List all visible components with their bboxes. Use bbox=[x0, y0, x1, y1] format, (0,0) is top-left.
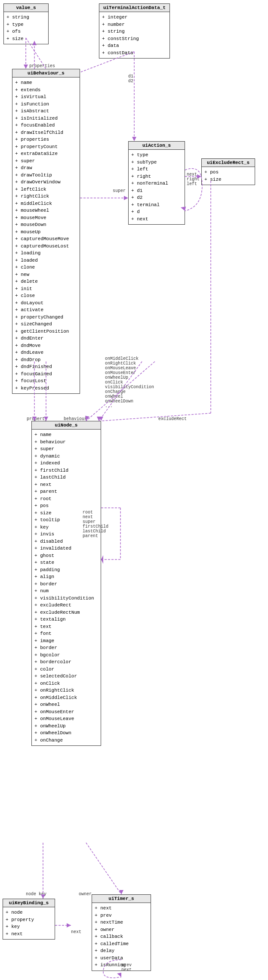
diagram-container: value_s + string + type + ofs + size uiT… bbox=[0, 0, 268, 980]
label-behaviour: behaviour bbox=[64, 417, 87, 421]
label-properties: properties bbox=[29, 64, 55, 68]
label-excluderect: excludeRect bbox=[158, 417, 187, 421]
svg-marker-26 bbox=[67, 923, 71, 927]
svg-marker-4 bbox=[132, 137, 136, 141]
svg-marker-24 bbox=[119, 890, 123, 894]
svg-marker-20 bbox=[101, 555, 103, 564]
box-uitimer: uiTimer_s + next + prev + nextTime + own… bbox=[92, 894, 151, 971]
box-terminal-action: uiTerminalActionData_t + integer + numbe… bbox=[99, 3, 170, 59]
box-uinode-body: + name + behaviour + super + dynamic + i… bbox=[32, 430, 101, 745]
label-owner: owner bbox=[79, 892, 92, 897]
svg-marker-6 bbox=[124, 196, 128, 200]
label-super: super bbox=[113, 189, 126, 193]
label-events: onMiddleClick onRightClick onMouseLeave … bbox=[105, 356, 154, 408]
label-prev-next: prev next bbox=[121, 963, 132, 972]
box-value-s-header: value_s bbox=[4, 4, 48, 12]
box-uitimer-body: + next + prev + nextTime + owner + callb… bbox=[92, 903, 151, 971]
box-keybinding-header: uiKeyBinding_s bbox=[3, 899, 55, 907]
box-terminal-action-body: + integer + number + string + constStrin… bbox=[99, 12, 169, 58]
box-value-s: value_s + string + type + ofs + size bbox=[3, 3, 49, 44]
svg-marker-16 bbox=[99, 417, 103, 421]
box-uibehaviour-header: uiBehaviour_s bbox=[12, 69, 80, 77]
label-next-right-left: next right left bbox=[187, 172, 200, 186]
label-next-timer: next bbox=[71, 930, 81, 934]
box-uinode-header: uiNode_s bbox=[32, 421, 101, 430]
box-keybinding: uiKeyBinding_s + node + property + key +… bbox=[3, 899, 55, 940]
box-uibehaviour: uiBehaviour_s + name + extends + isVirtu… bbox=[12, 69, 80, 394]
box-uiaction-header: uiAction_s bbox=[129, 142, 185, 150]
svg-marker-13 bbox=[97, 417, 101, 421]
label-d1-d2: d1 d2 bbox=[128, 74, 133, 83]
label-root-next: root next super firstChild lastChild par… bbox=[83, 510, 108, 538]
box-uitimer-header: uiTimer_s bbox=[92, 895, 151, 903]
box-exclude-rect-body: + pos + size bbox=[202, 167, 255, 185]
label-node-key: node key bbox=[26, 892, 46, 897]
box-exclude-rect-header: uiExcludeRect_s bbox=[202, 159, 255, 167]
svg-marker-1 bbox=[24, 65, 28, 69]
label-property: property bbox=[27, 417, 47, 421]
box-keybinding-body: + node + property + key + next bbox=[3, 907, 55, 939]
svg-line-15 bbox=[101, 413, 211, 421]
box-uibehaviour-body: + name + extends + isVirtual + isFunctio… bbox=[12, 77, 80, 393]
box-uinode: uiNode_s + name + behaviour + super + dy… bbox=[31, 421, 101, 746]
box-terminal-action-header: uiTerminalActionData_t bbox=[99, 4, 169, 12]
box-uiaction: uiAction_s + type + subType + left + rig… bbox=[128, 141, 185, 225]
box-uiaction-body: + type + subType + left + right + nonTer… bbox=[129, 150, 185, 224]
svg-marker-27 bbox=[117, 973, 121, 977]
box-exclude-rect: uiExcludeRect_s + pos + size bbox=[201, 158, 255, 185]
svg-line-23 bbox=[86, 843, 121, 894]
box-value-s-body: + string + type + ofs + size bbox=[4, 12, 48, 44]
